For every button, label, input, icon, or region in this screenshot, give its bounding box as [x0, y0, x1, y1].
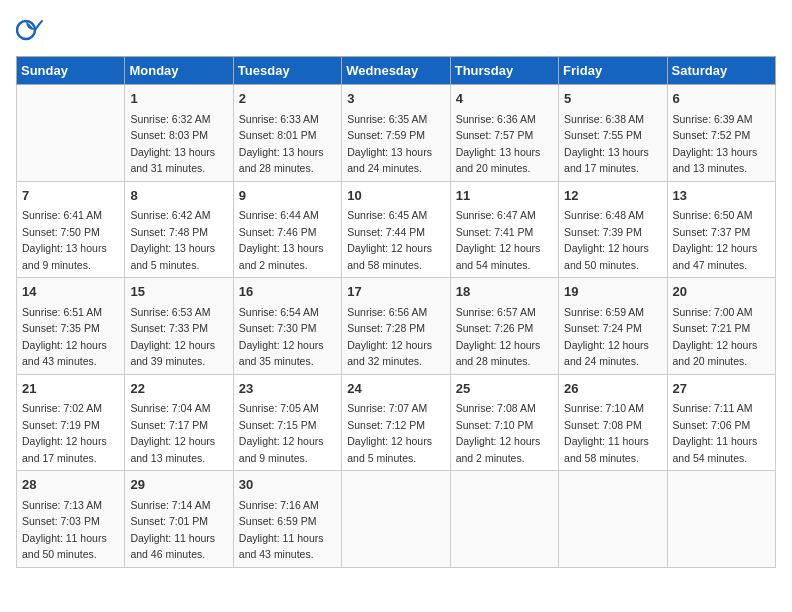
day-cell: 28Sunrise: 7:13 AMSunset: 7:03 PMDayligh… [17, 471, 125, 568]
day-cell [559, 471, 667, 568]
day-cell [17, 85, 125, 182]
day-number: 27 [673, 379, 770, 399]
day-cell: 13Sunrise: 6:50 AMSunset: 7:37 PMDayligh… [667, 181, 775, 278]
day-cell: 14Sunrise: 6:51 AMSunset: 7:35 PMDayligh… [17, 278, 125, 375]
day-detail: Sunrise: 6:53 AMSunset: 7:33 PMDaylight:… [130, 306, 215, 368]
day-cell [450, 471, 558, 568]
day-number: 28 [22, 475, 119, 495]
day-detail: Sunrise: 7:00 AMSunset: 7:21 PMDaylight:… [673, 306, 758, 368]
day-cell: 25Sunrise: 7:08 AMSunset: 7:10 PMDayligh… [450, 374, 558, 471]
calendar-body: 1Sunrise: 6:32 AMSunset: 8:03 PMDaylight… [17, 85, 776, 568]
day-number: 2 [239, 89, 336, 109]
header-row: SundayMondayTuesdayWednesdayThursdayFrid… [17, 57, 776, 85]
day-number: 9 [239, 186, 336, 206]
day-cell: 6Sunrise: 6:39 AMSunset: 7:52 PMDaylight… [667, 85, 775, 182]
day-detail: Sunrise: 6:45 AMSunset: 7:44 PMDaylight:… [347, 209, 432, 271]
day-number: 25 [456, 379, 553, 399]
day-cell: 30Sunrise: 7:16 AMSunset: 6:59 PMDayligh… [233, 471, 341, 568]
week-row-3: 14Sunrise: 6:51 AMSunset: 7:35 PMDayligh… [17, 278, 776, 375]
day-number: 7 [22, 186, 119, 206]
calendar-table: SundayMondayTuesdayWednesdayThursdayFrid… [16, 56, 776, 568]
day-cell: 12Sunrise: 6:48 AMSunset: 7:39 PMDayligh… [559, 181, 667, 278]
day-detail: Sunrise: 7:05 AMSunset: 7:15 PMDaylight:… [239, 402, 324, 464]
svg-point-0 [17, 21, 35, 39]
week-row-1: 1Sunrise: 6:32 AMSunset: 8:03 PMDaylight… [17, 85, 776, 182]
day-detail: Sunrise: 7:13 AMSunset: 7:03 PMDaylight:… [22, 499, 107, 561]
day-detail: Sunrise: 7:11 AMSunset: 7:06 PMDaylight:… [673, 402, 758, 464]
day-detail: Sunrise: 6:48 AMSunset: 7:39 PMDaylight:… [564, 209, 649, 271]
day-number: 4 [456, 89, 553, 109]
day-detail: Sunrise: 6:33 AMSunset: 8:01 PMDaylight:… [239, 113, 324, 175]
day-detail: Sunrise: 6:54 AMSunset: 7:30 PMDaylight:… [239, 306, 324, 368]
day-number: 3 [347, 89, 444, 109]
day-detail: Sunrise: 7:04 AMSunset: 7:17 PMDaylight:… [130, 402, 215, 464]
day-detail: Sunrise: 7:10 AMSunset: 7:08 PMDaylight:… [564, 402, 649, 464]
day-number: 18 [456, 282, 553, 302]
day-detail: Sunrise: 6:38 AMSunset: 7:55 PMDaylight:… [564, 113, 649, 175]
day-number: 14 [22, 282, 119, 302]
day-cell: 5Sunrise: 6:38 AMSunset: 7:55 PMDaylight… [559, 85, 667, 182]
day-cell: 24Sunrise: 7:07 AMSunset: 7:12 PMDayligh… [342, 374, 450, 471]
day-cell [342, 471, 450, 568]
day-detail: Sunrise: 7:07 AMSunset: 7:12 PMDaylight:… [347, 402, 432, 464]
day-cell: 3Sunrise: 6:35 AMSunset: 7:59 PMDaylight… [342, 85, 450, 182]
day-number: 30 [239, 475, 336, 495]
day-cell: 1Sunrise: 6:32 AMSunset: 8:03 PMDaylight… [125, 85, 233, 182]
day-number: 8 [130, 186, 227, 206]
day-detail: Sunrise: 6:47 AMSunset: 7:41 PMDaylight:… [456, 209, 541, 271]
day-detail: Sunrise: 6:36 AMSunset: 7:57 PMDaylight:… [456, 113, 541, 175]
day-detail: Sunrise: 6:59 AMSunset: 7:24 PMDaylight:… [564, 306, 649, 368]
header-day-thursday: Thursday [450, 57, 558, 85]
day-detail: Sunrise: 7:16 AMSunset: 6:59 PMDaylight:… [239, 499, 324, 561]
day-number: 6 [673, 89, 770, 109]
day-detail: Sunrise: 7:14 AMSunset: 7:01 PMDaylight:… [130, 499, 215, 561]
day-cell: 11Sunrise: 6:47 AMSunset: 7:41 PMDayligh… [450, 181, 558, 278]
header-day-tuesday: Tuesday [233, 57, 341, 85]
day-cell: 27Sunrise: 7:11 AMSunset: 7:06 PMDayligh… [667, 374, 775, 471]
day-detail: Sunrise: 6:41 AMSunset: 7:50 PMDaylight:… [22, 209, 107, 271]
day-cell: 2Sunrise: 6:33 AMSunset: 8:01 PMDaylight… [233, 85, 341, 182]
day-cell: 26Sunrise: 7:10 AMSunset: 7:08 PMDayligh… [559, 374, 667, 471]
logo [16, 16, 46, 44]
day-number: 26 [564, 379, 661, 399]
day-number: 23 [239, 379, 336, 399]
day-cell: 4Sunrise: 6:36 AMSunset: 7:57 PMDaylight… [450, 85, 558, 182]
week-row-5: 28Sunrise: 7:13 AMSunset: 7:03 PMDayligh… [17, 471, 776, 568]
header-day-saturday: Saturday [667, 57, 775, 85]
day-number: 10 [347, 186, 444, 206]
day-detail: Sunrise: 6:35 AMSunset: 7:59 PMDaylight:… [347, 113, 432, 175]
day-cell: 21Sunrise: 7:02 AMSunset: 7:19 PMDayligh… [17, 374, 125, 471]
day-cell: 29Sunrise: 7:14 AMSunset: 7:01 PMDayligh… [125, 471, 233, 568]
day-number: 29 [130, 475, 227, 495]
header-day-friday: Friday [559, 57, 667, 85]
day-detail: Sunrise: 6:32 AMSunset: 8:03 PMDaylight:… [130, 113, 215, 175]
day-cell: 7Sunrise: 6:41 AMSunset: 7:50 PMDaylight… [17, 181, 125, 278]
calendar-header: SundayMondayTuesdayWednesdayThursdayFrid… [17, 57, 776, 85]
day-detail: Sunrise: 7:02 AMSunset: 7:19 PMDaylight:… [22, 402, 107, 464]
week-row-4: 21Sunrise: 7:02 AMSunset: 7:19 PMDayligh… [17, 374, 776, 471]
day-number: 16 [239, 282, 336, 302]
logo-icon [16, 16, 44, 44]
day-number: 21 [22, 379, 119, 399]
day-detail: Sunrise: 6:39 AMSunset: 7:52 PMDaylight:… [673, 113, 758, 175]
day-number: 20 [673, 282, 770, 302]
day-number: 12 [564, 186, 661, 206]
day-detail: Sunrise: 6:44 AMSunset: 7:46 PMDaylight:… [239, 209, 324, 271]
day-cell: 17Sunrise: 6:56 AMSunset: 7:28 PMDayligh… [342, 278, 450, 375]
day-detail: Sunrise: 6:57 AMSunset: 7:26 PMDaylight:… [456, 306, 541, 368]
day-number: 22 [130, 379, 227, 399]
day-detail: Sunrise: 6:50 AMSunset: 7:37 PMDaylight:… [673, 209, 758, 271]
day-number: 5 [564, 89, 661, 109]
day-detail: Sunrise: 6:42 AMSunset: 7:48 PMDaylight:… [130, 209, 215, 271]
day-cell: 10Sunrise: 6:45 AMSunset: 7:44 PMDayligh… [342, 181, 450, 278]
day-detail: Sunrise: 7:08 AMSunset: 7:10 PMDaylight:… [456, 402, 541, 464]
day-cell: 16Sunrise: 6:54 AMSunset: 7:30 PMDayligh… [233, 278, 341, 375]
day-cell: 15Sunrise: 6:53 AMSunset: 7:33 PMDayligh… [125, 278, 233, 375]
week-row-2: 7Sunrise: 6:41 AMSunset: 7:50 PMDaylight… [17, 181, 776, 278]
day-cell: 9Sunrise: 6:44 AMSunset: 7:46 PMDaylight… [233, 181, 341, 278]
day-number: 15 [130, 282, 227, 302]
day-cell: 23Sunrise: 7:05 AMSunset: 7:15 PMDayligh… [233, 374, 341, 471]
day-number: 11 [456, 186, 553, 206]
day-number: 1 [130, 89, 227, 109]
day-cell [667, 471, 775, 568]
